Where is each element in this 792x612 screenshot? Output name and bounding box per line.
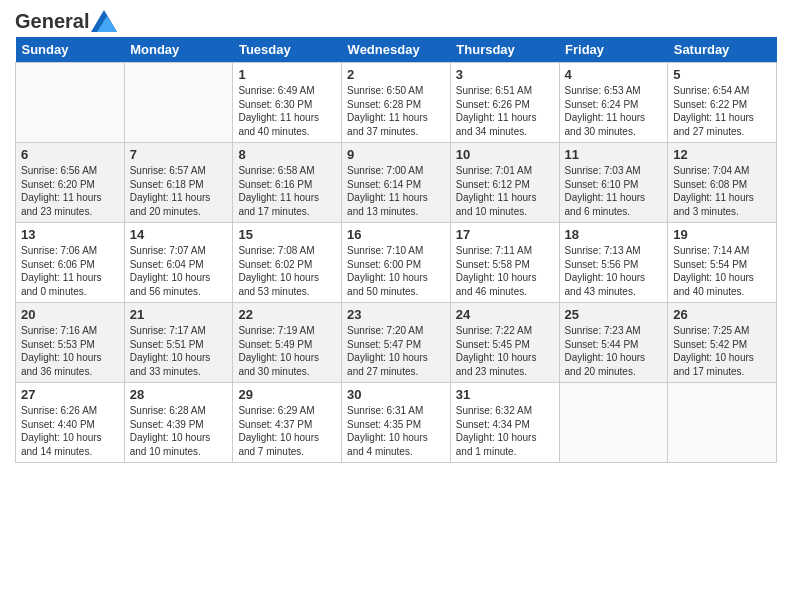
day-cell: 30Sunrise: 6:31 AM Sunset: 4:35 PM Dayli…	[342, 383, 451, 463]
header: General	[15, 10, 777, 29]
day-cell	[16, 63, 125, 143]
day-info: Sunrise: 7:23 AM Sunset: 5:44 PM Dayligh…	[565, 324, 663, 378]
day-cell: 29Sunrise: 6:29 AM Sunset: 4:37 PM Dayli…	[233, 383, 342, 463]
day-info: Sunrise: 7:10 AM Sunset: 6:00 PM Dayligh…	[347, 244, 445, 298]
day-info: Sunrise: 7:01 AM Sunset: 6:12 PM Dayligh…	[456, 164, 554, 218]
day-info: Sunrise: 6:49 AM Sunset: 6:30 PM Dayligh…	[238, 84, 336, 138]
day-cell: 15Sunrise: 7:08 AM Sunset: 6:02 PM Dayli…	[233, 223, 342, 303]
day-cell: 21Sunrise: 7:17 AM Sunset: 5:51 PM Dayli…	[124, 303, 233, 383]
logo: General	[15, 10, 117, 29]
col-header-thursday: Thursday	[450, 37, 559, 63]
day-info: Sunrise: 7:04 AM Sunset: 6:08 PM Dayligh…	[673, 164, 771, 218]
day-number: 9	[347, 147, 445, 162]
day-cell: 4Sunrise: 6:53 AM Sunset: 6:24 PM Daylig…	[559, 63, 668, 143]
day-number: 2	[347, 67, 445, 82]
header-row: SundayMondayTuesdayWednesdayThursdayFrid…	[16, 37, 777, 63]
day-info: Sunrise: 6:58 AM Sunset: 6:16 PM Dayligh…	[238, 164, 336, 218]
day-cell	[559, 383, 668, 463]
day-cell: 9Sunrise: 7:00 AM Sunset: 6:14 PM Daylig…	[342, 143, 451, 223]
day-info: Sunrise: 6:26 AM Sunset: 4:40 PM Dayligh…	[21, 404, 119, 458]
day-number: 30	[347, 387, 445, 402]
day-info: Sunrise: 7:00 AM Sunset: 6:14 PM Dayligh…	[347, 164, 445, 218]
day-number: 14	[130, 227, 228, 242]
day-cell: 28Sunrise: 6:28 AM Sunset: 4:39 PM Dayli…	[124, 383, 233, 463]
day-info: Sunrise: 6:50 AM Sunset: 6:28 PM Dayligh…	[347, 84, 445, 138]
day-number: 23	[347, 307, 445, 322]
day-cell: 6Sunrise: 6:56 AM Sunset: 6:20 PM Daylig…	[16, 143, 125, 223]
day-info: Sunrise: 7:11 AM Sunset: 5:58 PM Dayligh…	[456, 244, 554, 298]
day-number: 24	[456, 307, 554, 322]
day-info: Sunrise: 6:56 AM Sunset: 6:20 PM Dayligh…	[21, 164, 119, 218]
day-info: Sunrise: 6:53 AM Sunset: 6:24 PM Dayligh…	[565, 84, 663, 138]
day-number: 16	[347, 227, 445, 242]
day-info: Sunrise: 6:51 AM Sunset: 6:26 PM Dayligh…	[456, 84, 554, 138]
day-info: Sunrise: 7:16 AM Sunset: 5:53 PM Dayligh…	[21, 324, 119, 378]
day-number: 28	[130, 387, 228, 402]
day-cell: 26Sunrise: 7:25 AM Sunset: 5:42 PM Dayli…	[668, 303, 777, 383]
week-row-4: 20Sunrise: 7:16 AM Sunset: 5:53 PM Dayli…	[16, 303, 777, 383]
day-cell: 12Sunrise: 7:04 AM Sunset: 6:08 PM Dayli…	[668, 143, 777, 223]
day-info: Sunrise: 6:57 AM Sunset: 6:18 PM Dayligh…	[130, 164, 228, 218]
day-number: 19	[673, 227, 771, 242]
day-number: 26	[673, 307, 771, 322]
day-number: 18	[565, 227, 663, 242]
day-info: Sunrise: 6:54 AM Sunset: 6:22 PM Dayligh…	[673, 84, 771, 138]
day-number: 29	[238, 387, 336, 402]
day-number: 10	[456, 147, 554, 162]
day-info: Sunrise: 6:29 AM Sunset: 4:37 PM Dayligh…	[238, 404, 336, 458]
col-header-wednesday: Wednesday	[342, 37, 451, 63]
day-info: Sunrise: 7:06 AM Sunset: 6:06 PM Dayligh…	[21, 244, 119, 298]
day-info: Sunrise: 7:03 AM Sunset: 6:10 PM Dayligh…	[565, 164, 663, 218]
day-cell	[124, 63, 233, 143]
day-info: Sunrise: 6:28 AM Sunset: 4:39 PM Dayligh…	[130, 404, 228, 458]
day-number: 5	[673, 67, 771, 82]
col-header-tuesday: Tuesday	[233, 37, 342, 63]
day-cell: 7Sunrise: 6:57 AM Sunset: 6:18 PM Daylig…	[124, 143, 233, 223]
day-cell: 14Sunrise: 7:07 AM Sunset: 6:04 PM Dayli…	[124, 223, 233, 303]
week-row-3: 13Sunrise: 7:06 AM Sunset: 6:06 PM Dayli…	[16, 223, 777, 303]
day-info: Sunrise: 7:25 AM Sunset: 5:42 PM Dayligh…	[673, 324, 771, 378]
page: General SundayMondayTuesdayWednesdayThur…	[0, 0, 792, 478]
day-cell: 25Sunrise: 7:23 AM Sunset: 5:44 PM Dayli…	[559, 303, 668, 383]
col-header-friday: Friday	[559, 37, 668, 63]
day-number: 22	[238, 307, 336, 322]
day-number: 15	[238, 227, 336, 242]
day-cell: 10Sunrise: 7:01 AM Sunset: 6:12 PM Dayli…	[450, 143, 559, 223]
day-number: 8	[238, 147, 336, 162]
calendar-table: SundayMondayTuesdayWednesdayThursdayFrid…	[15, 37, 777, 463]
day-number: 7	[130, 147, 228, 162]
logo-text: General	[15, 10, 89, 33]
day-cell: 24Sunrise: 7:22 AM Sunset: 5:45 PM Dayli…	[450, 303, 559, 383]
day-number: 21	[130, 307, 228, 322]
day-number: 12	[673, 147, 771, 162]
day-cell: 1Sunrise: 6:49 AM Sunset: 6:30 PM Daylig…	[233, 63, 342, 143]
day-cell: 18Sunrise: 7:13 AM Sunset: 5:56 PM Dayli…	[559, 223, 668, 303]
day-cell: 11Sunrise: 7:03 AM Sunset: 6:10 PM Dayli…	[559, 143, 668, 223]
day-number: 31	[456, 387, 554, 402]
logo-icon	[91, 10, 117, 32]
day-info: Sunrise: 7:22 AM Sunset: 5:45 PM Dayligh…	[456, 324, 554, 378]
day-cell: 23Sunrise: 7:20 AM Sunset: 5:47 PM Dayli…	[342, 303, 451, 383]
col-header-sunday: Sunday	[16, 37, 125, 63]
day-info: Sunrise: 7:14 AM Sunset: 5:54 PM Dayligh…	[673, 244, 771, 298]
day-info: Sunrise: 7:17 AM Sunset: 5:51 PM Dayligh…	[130, 324, 228, 378]
day-info: Sunrise: 7:07 AM Sunset: 6:04 PM Dayligh…	[130, 244, 228, 298]
day-info: Sunrise: 7:13 AM Sunset: 5:56 PM Dayligh…	[565, 244, 663, 298]
day-info: Sunrise: 6:32 AM Sunset: 4:34 PM Dayligh…	[456, 404, 554, 458]
col-header-monday: Monday	[124, 37, 233, 63]
day-cell: 20Sunrise: 7:16 AM Sunset: 5:53 PM Dayli…	[16, 303, 125, 383]
day-info: Sunrise: 6:31 AM Sunset: 4:35 PM Dayligh…	[347, 404, 445, 458]
week-row-2: 6Sunrise: 6:56 AM Sunset: 6:20 PM Daylig…	[16, 143, 777, 223]
day-cell: 22Sunrise: 7:19 AM Sunset: 5:49 PM Dayli…	[233, 303, 342, 383]
day-cell	[668, 383, 777, 463]
day-number: 13	[21, 227, 119, 242]
day-number: 1	[238, 67, 336, 82]
day-info: Sunrise: 7:19 AM Sunset: 5:49 PM Dayligh…	[238, 324, 336, 378]
day-number: 20	[21, 307, 119, 322]
day-number: 3	[456, 67, 554, 82]
day-cell: 8Sunrise: 6:58 AM Sunset: 6:16 PM Daylig…	[233, 143, 342, 223]
day-cell: 5Sunrise: 6:54 AM Sunset: 6:22 PM Daylig…	[668, 63, 777, 143]
day-info: Sunrise: 7:08 AM Sunset: 6:02 PM Dayligh…	[238, 244, 336, 298]
day-cell: 16Sunrise: 7:10 AM Sunset: 6:00 PM Dayli…	[342, 223, 451, 303]
week-row-5: 27Sunrise: 6:26 AM Sunset: 4:40 PM Dayli…	[16, 383, 777, 463]
